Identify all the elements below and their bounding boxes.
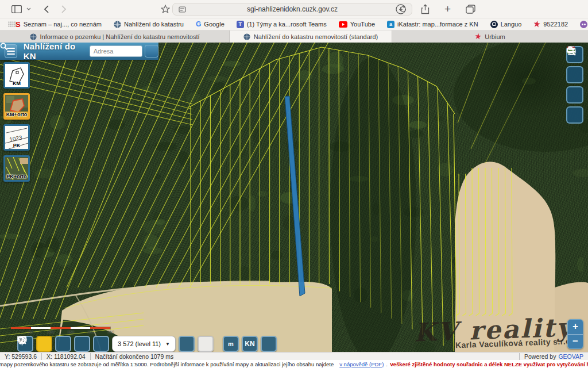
app-title: Nahlížení do KN xyxy=(24,43,84,61)
back-icon[interactable] xyxy=(44,5,49,13)
tab-informace-o-pozemku[interactable]: Informace o pozemku | Nahlížení do katas… xyxy=(0,30,230,43)
katastr-globe-icon xyxy=(114,21,121,28)
disclaimer-text: Obsah katastrální mapy a mapy pozemkovéh… xyxy=(0,361,334,367)
bookmarks-bar: S Seznam – naj..., co neznám Nahlížení d… xyxy=(0,18,588,30)
red-star-icon xyxy=(533,21,540,28)
bottom-toolbar: 3 572 (level 11) ▼ m KN xyxy=(17,336,277,352)
map-canvas[interactable]: Nahlížení do KN KM KM+orto 1023 PK PK+ xyxy=(0,43,588,352)
status-bar: Y: 529593.6 X: 1181092.04 Načítání dokon… xyxy=(0,352,588,360)
languo-icon xyxy=(490,21,498,28)
browser-actions: + xyxy=(396,0,475,18)
edookit-owl-icon xyxy=(580,21,587,28)
address-bar[interactable]: sgi-nahlizenidokn.cuzk.gov.cz xyxy=(172,3,412,16)
bookmark-teams[interactable]: T (1) Týmy a ka...rosoft Teams xyxy=(237,21,327,28)
ikatastr-icon: a xyxy=(387,21,394,28)
bookmark-9522182[interactable]: 9522182 xyxy=(533,21,568,28)
status-message: Načítání dokončeno 1079 ms xyxy=(91,353,179,360)
address-search-button[interactable] xyxy=(145,45,158,57)
teams-icon: T xyxy=(237,21,244,28)
zoom-level-dropdown[interactable]: 3 572 (level 11) ▼ xyxy=(112,336,176,352)
zoom-out-button[interactable]: − xyxy=(568,335,583,349)
sidebar-toggle-icon[interactable] xyxy=(11,5,22,13)
help-pdf-link[interactable]: v nápovědě (PDF) xyxy=(339,361,384,367)
google-icon: G xyxy=(196,20,201,28)
scale-labels: 50 100 150 200 250 xyxy=(10,330,125,336)
bookmark-seznam[interactable]: S Seznam – naj..., co neznám xyxy=(16,20,102,29)
layer-switcher: KM KM+orto 1023 PK PK+orto xyxy=(3,62,30,182)
marker-button[interactable] xyxy=(93,336,109,352)
zoom-in-button[interactable]: + xyxy=(568,320,583,335)
tab-overview-icon[interactable] xyxy=(466,5,475,14)
page-settings-icon[interactable] xyxy=(178,5,187,16)
bookmark-ikatastr[interactable]: a iKatastr: map...formace z KN xyxy=(387,21,478,28)
bookmark-languo[interactable]: Languo xyxy=(490,21,522,28)
layer-button-pk[interactable]: 1023 PK xyxy=(3,124,30,151)
katastr-globe-icon xyxy=(30,33,37,40)
bookmark-katastr[interactable]: Nahlížení do katastru xyxy=(114,21,184,28)
disclaimer-warning: Veškeré zjištěné hodnoty souřadnic a dél… xyxy=(390,361,588,367)
measure-button[interactable]: m xyxy=(223,336,239,352)
geovap-link[interactable]: GEOVAP xyxy=(558,353,583,360)
select-area-button[interactable] xyxy=(55,336,71,352)
youtube-icon xyxy=(339,21,347,28)
tab-urbium[interactable]: Urbium xyxy=(392,30,588,43)
zoom-control: + − xyxy=(567,319,583,349)
coordinate-x: X: 1181092.04 xyxy=(42,353,91,360)
history-forward-button[interactable] xyxy=(198,336,214,352)
history-back-button[interactable] xyxy=(179,336,195,352)
gps-position-button[interactable] xyxy=(74,336,90,352)
tab-bar: Informace o pozemku | Nahlížení do katas… xyxy=(0,30,588,43)
bookmark-google[interactable]: G Google xyxy=(196,20,225,28)
search-icon xyxy=(0,43,8,51)
bookmark-youtube[interactable]: YouTube xyxy=(339,21,375,28)
new-tab-icon[interactable]: + xyxy=(444,3,451,16)
tab-nahlizeni-standard[interactable]: Nahlížení do katastru nemovitostí (stand… xyxy=(230,30,392,43)
layer-button-km-orto[interactable]: KM+orto xyxy=(3,93,30,120)
app-header: Nahlížení do KN xyxy=(0,43,158,60)
chevron-down-icon[interactable] xyxy=(26,7,31,10)
parcel-bubble-icon xyxy=(17,336,27,344)
print-button[interactable] xyxy=(566,66,583,83)
coordinate-y: Y: 529593.6 xyxy=(0,353,42,360)
parcel-info-button[interactable] xyxy=(261,336,277,352)
share-icon[interactable] xyxy=(421,4,430,14)
browser-toolbar: sgi-nahlizenidokn.cuzk.gov.cz + xyxy=(0,0,588,18)
bookmark-edookit[interactable]: Hlavní panel ....edookit.com xyxy=(580,21,588,28)
aerial-map-svg xyxy=(0,43,588,352)
kn-button[interactable]: KN xyxy=(242,336,258,352)
scale-bar xyxy=(10,327,111,329)
url-text: sgi-nahlizenidokn.cuzk.gov.cz xyxy=(247,5,338,13)
layer-button-pk-orto[interactable]: PK+orto xyxy=(3,155,30,182)
legend-button[interactable] xyxy=(566,86,583,103)
close-tool-button[interactable] xyxy=(36,336,52,352)
downloads-icon[interactable] xyxy=(396,4,406,14)
screenshot-root: sgi-nahlizenidokn.cuzk.gov.cz + S Sezn xyxy=(0,0,588,368)
map-tools xyxy=(566,46,583,124)
search-icon xyxy=(566,46,577,56)
map-search-button[interactable] xyxy=(566,106,583,124)
address-search-input[interactable] xyxy=(90,45,142,57)
powered-by: Powered by GEOVAP xyxy=(519,353,588,360)
forward-icon[interactable] xyxy=(61,5,67,13)
katastr-globe-icon xyxy=(243,33,250,40)
layer-button-km[interactable]: KM xyxy=(3,62,30,89)
favorites-grid-icon[interactable] xyxy=(8,21,16,27)
red-star-icon xyxy=(475,33,481,40)
seznam-icon: S xyxy=(16,20,21,29)
footer-disclaimer: Obsah katastrální mapy a mapy pozemkovéh… xyxy=(0,360,588,368)
caret-down-icon: ▼ xyxy=(165,342,170,347)
bookmark-star-icon[interactable] xyxy=(161,5,170,13)
